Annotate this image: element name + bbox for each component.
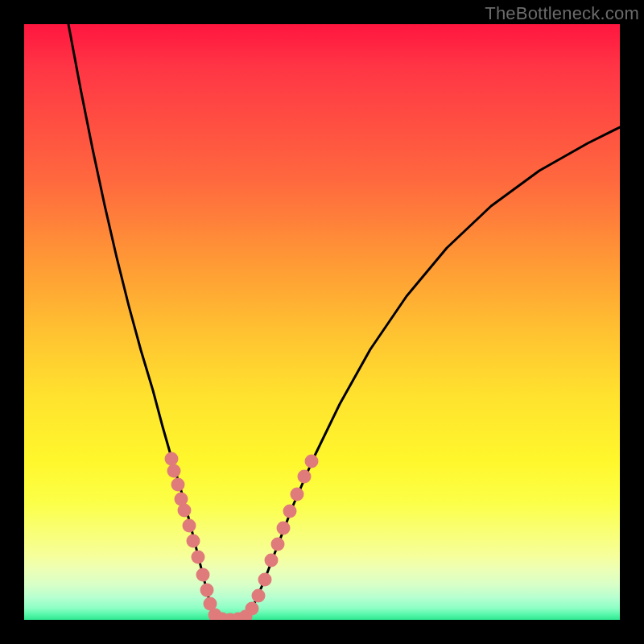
data-dot (265, 554, 279, 568)
curve-group (68, 24, 620, 620)
data-dot (258, 573, 272, 587)
curve-layer (24, 24, 620, 620)
data-dot (196, 568, 210, 582)
data-dot (277, 522, 291, 535)
data-dot (298, 470, 312, 484)
data-dot (165, 452, 179, 466)
watermark-text: TheBottleneck.com (485, 3, 639, 24)
dots-group (165, 452, 319, 621)
data-dot (283, 505, 297, 518)
plot-area (24, 24, 620, 620)
data-dot (192, 551, 205, 564)
data-dot (252, 589, 266, 603)
data-dot (291, 488, 304, 502)
bottleneck-curve (68, 24, 620, 620)
data-dot (178, 504, 192, 518)
data-dot (187, 535, 200, 548)
chart-frame: TheBottleneck.com (0, 0, 644, 644)
data-dot (200, 584, 214, 597)
data-dot (246, 602, 259, 616)
data-dot (305, 455, 319, 469)
data-dot (271, 538, 285, 551)
data-dot (171, 478, 185, 492)
data-dot (167, 464, 181, 478)
data-dot (183, 519, 196, 533)
